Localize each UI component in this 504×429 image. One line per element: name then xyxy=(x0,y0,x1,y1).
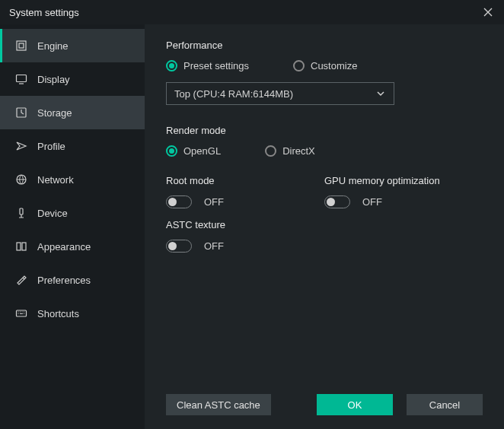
root-mode-section: Root mode OFF xyxy=(166,175,324,208)
radio-customize[interactable]: Customize xyxy=(293,60,357,72)
gpu-memory-title: GPU memory optimization xyxy=(324,175,483,186)
sidebar-item-label: Appearance xyxy=(37,241,91,253)
sidebar-item-label: Network xyxy=(37,174,74,186)
radio-directx[interactable]: DirectX xyxy=(265,145,315,157)
clean-astc-cache-button[interactable]: Clean ASTC cache xyxy=(166,394,271,415)
sidebar-item-network[interactable]: Network xyxy=(0,163,145,196)
svg-rect-0 xyxy=(17,41,26,50)
sidebar-item-label: Engine xyxy=(37,40,68,52)
svg-rect-2 xyxy=(17,75,27,82)
gpu-memory-toggle[interactable] xyxy=(324,195,350,208)
engine-icon xyxy=(14,39,28,52)
radio-label: Customize xyxy=(311,60,357,72)
radio-label: Preset settings xyxy=(183,60,249,72)
svg-rect-5 xyxy=(20,208,23,214)
radio-icon xyxy=(166,145,177,157)
dropdown-value: Top (CPU:4 RAM:6144MB) xyxy=(174,88,293,100)
sidebar-item-label: Shortcuts xyxy=(37,308,79,319)
sidebar-item-preferences[interactable]: Preferences xyxy=(0,263,145,297)
sidebar-item-appearance[interactable]: Appearance xyxy=(0,230,145,263)
radio-icon xyxy=(293,60,305,72)
sidebar-item-profile[interactable]: Profile xyxy=(0,129,145,163)
render-mode-section: Render mode OpenGL DirectX xyxy=(166,125,483,157)
button-label: OK xyxy=(348,399,362,411)
ok-button[interactable]: OK xyxy=(317,394,393,415)
appearance-icon xyxy=(14,240,28,253)
sidebar-item-label: Profile xyxy=(37,141,65,152)
sidebar-item-label: Storage xyxy=(37,107,72,119)
preferences-icon xyxy=(14,273,28,287)
radio-icon xyxy=(265,145,276,157)
bottom-bar: Clean ASTC cache OK Cancel xyxy=(166,394,483,415)
sidebar-item-label: Display xyxy=(37,74,70,85)
radio-preset-settings[interactable]: Preset settings xyxy=(166,60,249,72)
window-title: System settings xyxy=(9,7,79,18)
sidebar-item-shortcuts[interactable]: Shortcuts xyxy=(0,297,145,330)
device-icon xyxy=(14,206,28,220)
root-mode-title: Root mode xyxy=(166,175,324,186)
toggle-state-label: OFF xyxy=(362,196,382,208)
sidebar-item-device[interactable]: Device xyxy=(0,196,145,230)
sidebar-item-storage[interactable]: Storage xyxy=(0,96,145,129)
display-icon xyxy=(14,72,28,86)
gpu-memory-section: GPU memory optimization OFF xyxy=(324,175,483,208)
toggle-state-label: OFF xyxy=(204,196,224,208)
performance-preset-dropdown[interactable]: Top (CPU:4 RAM:6144MB) xyxy=(166,82,394,105)
svg-rect-6 xyxy=(17,243,21,250)
root-mode-toggle[interactable] xyxy=(166,195,192,208)
storage-icon xyxy=(14,106,28,119)
content-panel: Performance Preset settings Customize To… xyxy=(145,24,504,429)
radio-opengl[interactable]: OpenGL xyxy=(166,145,221,157)
svg-rect-7 xyxy=(22,243,26,250)
render-mode-title: Render mode xyxy=(166,125,483,136)
astc-texture-toggle[interactable] xyxy=(166,240,192,253)
button-label: Clean ASTC cache xyxy=(177,399,260,411)
chevron-down-icon xyxy=(375,88,386,99)
network-icon xyxy=(14,173,28,186)
radio-label: OpenGL xyxy=(183,145,221,157)
performance-section: Performance Preset settings Customize To… xyxy=(166,40,483,105)
toggle-state-label: OFF xyxy=(204,240,224,252)
cancel-button[interactable]: Cancel xyxy=(407,394,483,415)
profile-icon xyxy=(14,139,28,153)
astc-texture-section: ASTC texture OFF xyxy=(166,219,483,253)
sidebar: Engine Display Storage Profile Network xyxy=(0,24,145,429)
astc-texture-title: ASTC texture xyxy=(166,219,483,230)
sidebar-item-engine[interactable]: Engine xyxy=(0,29,145,62)
svg-rect-1 xyxy=(19,43,24,48)
shortcuts-icon xyxy=(14,307,28,320)
radio-label: DirectX xyxy=(282,145,315,157)
button-label: Cancel xyxy=(429,399,460,411)
performance-title: Performance xyxy=(166,40,483,51)
sidebar-item-label: Preferences xyxy=(37,275,91,286)
titlebar: System settings xyxy=(0,0,504,24)
sidebar-item-label: Device xyxy=(37,208,68,219)
radio-icon xyxy=(166,60,177,72)
close-icon[interactable] xyxy=(481,5,495,19)
sidebar-item-display[interactable]: Display xyxy=(0,62,145,96)
